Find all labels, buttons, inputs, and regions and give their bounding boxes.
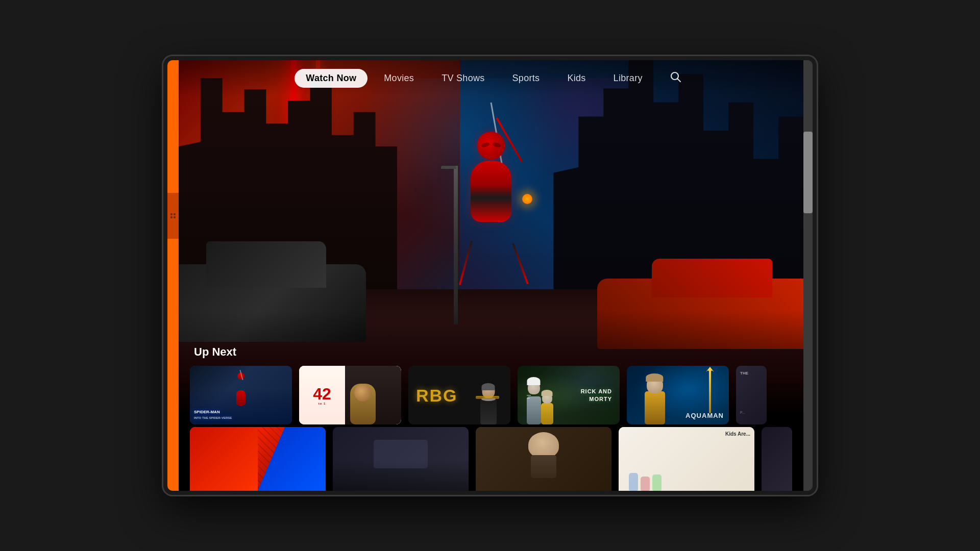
cards-row: SPIDER-MANINTO THE SPIDER-VERSE 42 to 1 (190, 366, 792, 424)
navigation-bar: Watch Now Movies TV Shows Sports Kids Li… (179, 60, 803, 96)
card-rbg[interactable]: RBG (408, 366, 510, 424)
aquaman-title: AQUAMAN (685, 412, 724, 419)
card-aquaman[interactable]: AQUAMAN (627, 366, 729, 424)
tv-frame: Watch Now Movies TV Shows Sports Kids Li… (163, 56, 817, 495)
bottom-thumb-4[interactable]: Kids Are... (619, 427, 754, 491)
bottom-thumb-5[interactable] (762, 427, 792, 491)
leg-right (512, 243, 529, 284)
svg-rect-1 (174, 213, 176, 215)
leg-left (459, 240, 473, 285)
bottom-thumb-1[interactable] (190, 427, 326, 491)
spiderman-body (471, 161, 511, 222)
up-next-section: Up Next SPIDER-MANINTO THE SPIDER-VERSE (190, 345, 792, 424)
spiderman-head (477, 132, 505, 160)
orange-box-icon (167, 193, 179, 239)
nav-item-movies[interactable]: Movies (373, 69, 425, 88)
nav-item-library[interactable]: Library (602, 69, 654, 88)
nav-item-sports[interactable]: Sports (501, 69, 551, 88)
card-42[interactable]: 42 to 1 (299, 366, 401, 424)
svg-rect-3 (174, 216, 176, 218)
orange-accent-bar (167, 60, 179, 491)
bottom-thumb-3[interactable] (476, 427, 611, 491)
nav-item-watch-now[interactable]: Watch Now (295, 69, 368, 88)
nav-item-tv-shows[interactable]: TV Shows (430, 69, 496, 88)
scrollbar-track[interactable] (803, 60, 813, 491)
spiderman-figure (445, 103, 537, 296)
up-next-label: Up Next (194, 345, 792, 359)
tv-screen: Watch Now Movies TV Shows Sports Kids Li… (179, 60, 803, 491)
svg-rect-0 (170, 213, 173, 215)
kids-are-label: Kids Are... (623, 431, 750, 437)
card-spiderman[interactable]: SPIDER-MANINTO THE SPIDER-VERSE (190, 366, 292, 424)
svg-line-5 (677, 79, 680, 82)
bottom-thumb-2[interactable] (333, 427, 469, 491)
nav-items-container: Watch Now Movies TV Shows Sports Kids Li… (295, 67, 687, 89)
rick-morty-title: RICK AND MORTY (566, 387, 612, 403)
svg-rect-2 (170, 216, 173, 218)
card-partial[interactable]: THE P... (736, 366, 767, 424)
scrollbar-thumb[interactable] (803, 132, 813, 213)
search-button[interactable] (664, 67, 688, 89)
bottom-thumbnails-row: Kids Are... (190, 427, 792, 491)
nav-item-kids[interactable]: Kids (556, 69, 597, 88)
card-rick-morty[interactable]: RICK AND MORTY (518, 366, 620, 424)
